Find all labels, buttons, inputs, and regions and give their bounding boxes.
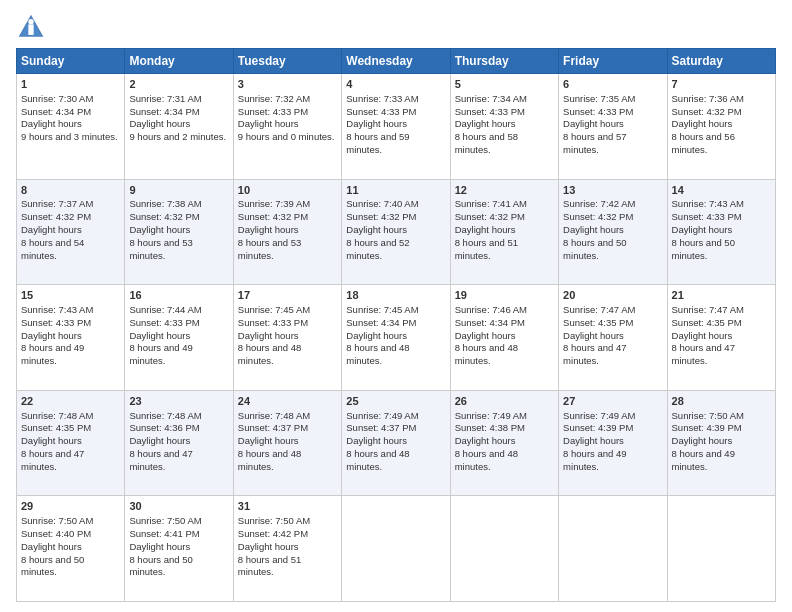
daylight-label: Daylight hours [129,435,190,446]
daylight-label: Daylight hours [21,435,82,446]
calendar-cell: 30Sunrise: 7:50 AMSunset: 4:41 PMDayligh… [125,496,233,602]
day-number: 22 [21,394,120,409]
calendar-cell: 18Sunrise: 7:45 AMSunset: 4:34 PMDayligh… [342,285,450,391]
calendar-cell [667,496,775,602]
daylight-value: 8 hours and 51 minutes. [238,554,301,578]
calendar-cell: 20Sunrise: 7:47 AMSunset: 4:35 PMDayligh… [559,285,667,391]
daylight-value: 8 hours and 50 minutes. [129,554,192,578]
weekday-header-row: SundayMondayTuesdayWednesdayThursdayFrid… [17,49,776,74]
weekday-header-sunday: Sunday [17,49,125,74]
sunrise-label: Sunrise: 7:38 AM [129,198,201,209]
daylight-value: 8 hours and 50 minutes. [21,554,84,578]
sunset-label: Sunset: 4:41 PM [129,528,199,539]
sunset-label: Sunset: 4:32 PM [672,106,742,117]
sunset-label: Sunset: 4:39 PM [672,422,742,433]
sunset-label: Sunset: 4:36 PM [129,422,199,433]
sunrise-label: Sunrise: 7:31 AM [129,93,201,104]
day-number: 26 [455,394,554,409]
sunrise-label: Sunrise: 7:49 AM [455,410,527,421]
day-number: 24 [238,394,337,409]
day-number: 13 [563,183,662,198]
day-number: 4 [346,77,445,92]
calendar-cell: 19Sunrise: 7:46 AMSunset: 4:34 PMDayligh… [450,285,558,391]
sunset-label: Sunset: 4:33 PM [129,317,199,328]
day-number: 18 [346,288,445,303]
calendar-cell: 4Sunrise: 7:33 AMSunset: 4:33 PMDaylight… [342,74,450,180]
calendar-cell: 21Sunrise: 7:47 AMSunset: 4:35 PMDayligh… [667,285,775,391]
sunset-label: Sunset: 4:40 PM [21,528,91,539]
daylight-value: 9 hours and 2 minutes. [129,131,226,142]
logo [16,12,50,42]
daylight-value: 8 hours and 59 minutes. [346,131,409,155]
daylight-label: Daylight hours [346,330,407,341]
daylight-label: Daylight hours [21,224,82,235]
calendar-week-5: 29Sunrise: 7:50 AMSunset: 4:40 PMDayligh… [17,496,776,602]
day-number: 25 [346,394,445,409]
sunset-label: Sunset: 4:34 PM [129,106,199,117]
daylight-label: Daylight hours [672,435,733,446]
svg-point-4 [28,19,33,24]
calendar-cell: 27Sunrise: 7:49 AMSunset: 4:39 PMDayligh… [559,390,667,496]
daylight-label: Daylight hours [129,330,190,341]
day-number: 17 [238,288,337,303]
daylight-value: 8 hours and 51 minutes. [455,237,518,261]
day-number: 8 [21,183,120,198]
sunrise-label: Sunrise: 7:33 AM [346,93,418,104]
daylight-value: 8 hours and 47 minutes. [563,342,626,366]
daylight-value: 8 hours and 50 minutes. [563,237,626,261]
sunrise-label: Sunrise: 7:49 AM [563,410,635,421]
logo-icon [16,12,46,42]
daylight-value: 9 hours and 3 minutes. [21,131,118,142]
daylight-label: Daylight hours [238,224,299,235]
sunrise-label: Sunrise: 7:46 AM [455,304,527,315]
sunset-label: Sunset: 4:32 PM [455,211,525,222]
daylight-value: 8 hours and 49 minutes. [129,342,192,366]
calendar-cell: 26Sunrise: 7:49 AMSunset: 4:38 PMDayligh… [450,390,558,496]
day-number: 21 [672,288,771,303]
sunset-label: Sunset: 4:38 PM [455,422,525,433]
daylight-label: Daylight hours [21,118,82,129]
sunset-label: Sunset: 4:37 PM [238,422,308,433]
sunrise-label: Sunrise: 7:50 AM [21,515,93,526]
day-number: 14 [672,183,771,198]
sunset-label: Sunset: 4:33 PM [455,106,525,117]
calendar-cell: 1Sunrise: 7:30 AMSunset: 4:34 PMDaylight… [17,74,125,180]
daylight-value: 8 hours and 48 minutes. [346,448,409,472]
daylight-value: 8 hours and 54 minutes. [21,237,84,261]
weekday-header-tuesday: Tuesday [233,49,341,74]
sunrise-label: Sunrise: 7:43 AM [672,198,744,209]
sunrise-label: Sunrise: 7:37 AM [21,198,93,209]
calendar-cell: 7Sunrise: 7:36 AMSunset: 4:32 PMDaylight… [667,74,775,180]
day-number: 12 [455,183,554,198]
daylight-label: Daylight hours [455,435,516,446]
sunrise-label: Sunrise: 7:34 AM [455,93,527,104]
daylight-label: Daylight hours [672,118,733,129]
daylight-label: Daylight hours [563,435,624,446]
sunset-label: Sunset: 4:33 PM [563,106,633,117]
daylight-label: Daylight hours [238,541,299,552]
sunrise-label: Sunrise: 7:41 AM [455,198,527,209]
daylight-value: 8 hours and 58 minutes. [455,131,518,155]
sunrise-label: Sunrise: 7:35 AM [563,93,635,104]
day-number: 11 [346,183,445,198]
day-number: 30 [129,499,228,514]
daylight-value: 8 hours and 48 minutes. [238,342,301,366]
daylight-value: 8 hours and 53 minutes. [238,237,301,261]
calendar-cell: 3Sunrise: 7:32 AMSunset: 4:33 PMDaylight… [233,74,341,180]
sunrise-label: Sunrise: 7:47 AM [672,304,744,315]
weekday-header-thursday: Thursday [450,49,558,74]
daylight-value: 8 hours and 53 minutes. [129,237,192,261]
calendar-cell: 14Sunrise: 7:43 AMSunset: 4:33 PMDayligh… [667,179,775,285]
sunrise-label: Sunrise: 7:47 AM [563,304,635,315]
sunset-label: Sunset: 4:34 PM [455,317,525,328]
sunrise-label: Sunrise: 7:48 AM [129,410,201,421]
daylight-label: Daylight hours [346,118,407,129]
sunrise-label: Sunrise: 7:32 AM [238,93,310,104]
day-number: 2 [129,77,228,92]
sunrise-label: Sunrise: 7:45 AM [238,304,310,315]
calendar-cell: 29Sunrise: 7:50 AMSunset: 4:40 PMDayligh… [17,496,125,602]
calendar-week-1: 1Sunrise: 7:30 AMSunset: 4:34 PMDaylight… [17,74,776,180]
daylight-label: Daylight hours [455,118,516,129]
sunrise-label: Sunrise: 7:30 AM [21,93,93,104]
calendar-cell: 9Sunrise: 7:38 AMSunset: 4:32 PMDaylight… [125,179,233,285]
